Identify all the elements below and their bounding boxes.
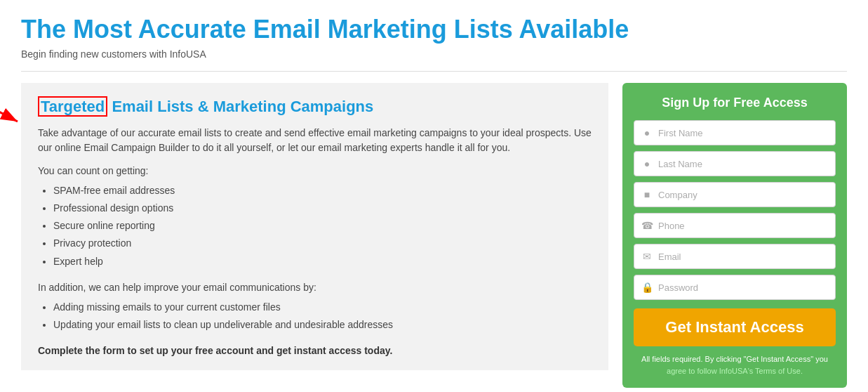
signup-title: Sign Up for Free Access xyxy=(634,96,836,110)
complete-form-cta: Complete the form to set up your free ac… xyxy=(38,345,592,356)
in-addition-label: In addition, we can help improve your em… xyxy=(38,282,592,293)
phone-icon: ☎ xyxy=(641,220,653,231)
get-instant-access-button[interactable]: Get Instant Access xyxy=(634,308,836,346)
page-title: The Most Accurate Email Marketing Lists … xyxy=(21,14,847,44)
person-icon: ● xyxy=(641,127,653,138)
password-input[interactable] xyxy=(658,282,828,293)
email-icon: ✉ xyxy=(641,251,653,262)
bullet-list-2: Adding missing emails to your current cu… xyxy=(38,299,592,334)
list-item: Secure online reporting xyxy=(53,217,592,235)
list-item: Expert help xyxy=(53,253,592,270)
list-item: Adding missing emails to your current cu… xyxy=(53,299,592,316)
disclaimer-text: All fields required. By clicking "Get In… xyxy=(634,353,836,377)
company-input[interactable] xyxy=(658,190,828,200)
divider xyxy=(21,71,847,72)
last-name-input[interactable] xyxy=(658,159,828,169)
company-field[interactable]: ■ xyxy=(634,182,836,207)
building-icon: ■ xyxy=(641,189,653,200)
first-name-input[interactable] xyxy=(658,128,828,138)
terms-link[interactable]: agree to follow InfoUSA's Terms of Use. xyxy=(667,367,803,375)
svg-line-1 xyxy=(0,90,18,122)
lock-icon: 🔒 xyxy=(641,282,653,293)
list-item: Professional design options xyxy=(53,200,592,217)
person-icon: ● xyxy=(641,158,653,169)
section-heading: Targeted Email Lists & Marketing Campaig… xyxy=(38,97,592,117)
first-name-field[interactable]: ● xyxy=(634,120,836,145)
page-wrapper: The Most Accurate Email Marketing Lists … xyxy=(0,0,868,392)
heading-rest: Email Lists & Marketing Campaigns xyxy=(107,98,373,115)
targeted-word: Targeted xyxy=(38,96,107,117)
bullet-list-1: SPAM-free email addresses Professional d… xyxy=(38,182,592,270)
list-item: SPAM-free email addresses xyxy=(53,182,592,200)
page-subtitle: Begin finding new customers with InfoUSA xyxy=(21,48,847,60)
left-panel: Targeted Email Lists & Marketing Campaig… xyxy=(21,83,608,370)
list-item: Privacy protection xyxy=(53,235,592,252)
email-field[interactable]: ✉ xyxy=(634,244,836,269)
last-name-field[interactable]: ● xyxy=(634,151,836,176)
content-row: Targeted Email Lists & Marketing Campaig… xyxy=(21,83,847,388)
password-field[interactable]: 🔒 xyxy=(634,275,836,300)
signup-panel: Sign Up for Free Access ● ● ■ ☎ ✉ xyxy=(622,83,847,388)
list-item: Updating your email lists to clean up un… xyxy=(53,316,592,334)
count-on-label: You can count on getting: xyxy=(38,165,592,176)
email-input[interactable] xyxy=(658,251,828,262)
phone-field[interactable]: ☎ xyxy=(634,213,836,238)
phone-input[interactable] xyxy=(658,221,828,231)
section-description: Take advantage of our accurate email lis… xyxy=(38,126,592,155)
